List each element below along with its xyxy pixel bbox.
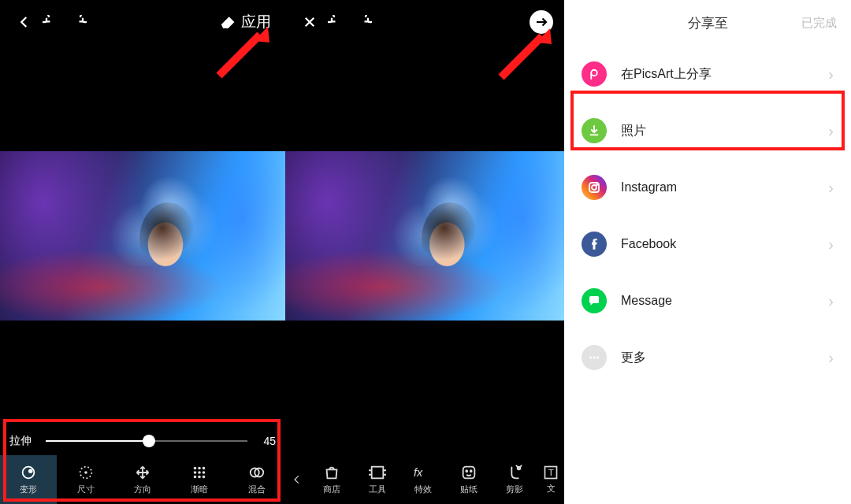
svg-text:T: T <box>548 467 554 477</box>
tool-label: 工具 <box>369 484 386 495</box>
svg-point-31 <box>596 357 599 359</box>
tool-label: 特效 <box>414 484 432 495</box>
tool-store[interactable]: 商店 <box>309 455 355 504</box>
page-title: 分享至 <box>688 14 728 32</box>
tool-label: 贴纸 <box>460 484 478 495</box>
picsart-icon <box>582 61 607 87</box>
redo-icon[interactable] <box>350 15 377 29</box>
image-canvas[interactable] <box>285 151 564 321</box>
chevron-right-icon: › <box>828 179 834 197</box>
back-icon[interactable] <box>11 15 38 29</box>
highlight-box <box>3 419 281 502</box>
redo-icon[interactable] <box>65 15 91 29</box>
svg-point-29 <box>589 357 592 359</box>
svg-point-30 <box>593 357 596 359</box>
annotation-arrow <box>203 20 282 83</box>
message-icon <box>582 288 607 313</box>
share-label: 在PicsArt上分享 <box>621 66 814 83</box>
share-panel: 分享至 已完成 在PicsArt上分享 › 照片 › Instagram › F… <box>564 0 851 504</box>
undo-icon[interactable] <box>323 15 350 29</box>
chevron-right-icon: › <box>828 349 834 367</box>
tool-label: 文 <box>547 483 556 495</box>
editor-panel-main: 商店 工具 fx特效 贴纸 剪影 T文 <box>285 0 564 504</box>
share-topbar: 分享至 已完成 <box>564 0 851 46</box>
image-canvas[interactable] <box>0 151 285 321</box>
share-row-facebook[interactable]: Facebook › <box>564 216 851 272</box>
svg-point-19 <box>466 470 467 472</box>
undo-icon[interactable] <box>38 15 65 29</box>
tool-text[interactable]: T文 <box>537 455 564 504</box>
instagram-icon <box>582 175 607 200</box>
more-icon <box>582 345 607 370</box>
facebook-icon <box>582 232 607 257</box>
share-row-message[interactable]: Message › <box>564 272 851 329</box>
editor-panel-effect: 应用 拉伸 45 变形 尺寸 方向 渐暗 混合 <box>0 0 285 504</box>
tool-fx[interactable]: fx特效 <box>400 455 446 504</box>
annotation-arrow <box>487 20 564 83</box>
share-label: Instagram <box>621 180 814 195</box>
main-toolrow: 商店 工具 fx特效 贴纸 剪影 T文 <box>285 455 564 504</box>
svg-rect-18 <box>463 467 475 479</box>
tool-label: 商店 <box>323 484 340 495</box>
chevron-right-icon: › <box>828 65 834 83</box>
share-label: Message <box>621 294 814 308</box>
share-label: Facebook <box>621 237 814 251</box>
svg-rect-16 <box>372 467 384 479</box>
scroll-left-icon[interactable] <box>285 455 309 504</box>
tool-tools[interactable]: 工具 <box>355 455 400 504</box>
svg-point-27 <box>592 185 596 190</box>
tool-label: 剪影 <box>506 484 523 495</box>
tool-sticker[interactable]: 贴纸 <box>446 455 492 504</box>
share-label: 更多 <box>621 350 814 366</box>
svg-point-25 <box>591 70 597 76</box>
svg-text:fx: fx <box>414 466 423 479</box>
done-button[interactable]: 已完成 <box>801 16 837 31</box>
tool-cutout[interactable]: 剪影 <box>492 455 537 504</box>
chevron-right-icon: › <box>828 292 834 310</box>
close-icon[interactable] <box>296 15 323 29</box>
svg-point-20 <box>470 470 472 472</box>
share-row-more[interactable]: 更多 › <box>564 329 851 386</box>
chevron-right-icon: › <box>828 235 834 254</box>
share-row-instagram[interactable]: Instagram › <box>564 159 851 216</box>
highlight-box <box>570 91 845 150</box>
svg-point-28 <box>596 184 598 186</box>
